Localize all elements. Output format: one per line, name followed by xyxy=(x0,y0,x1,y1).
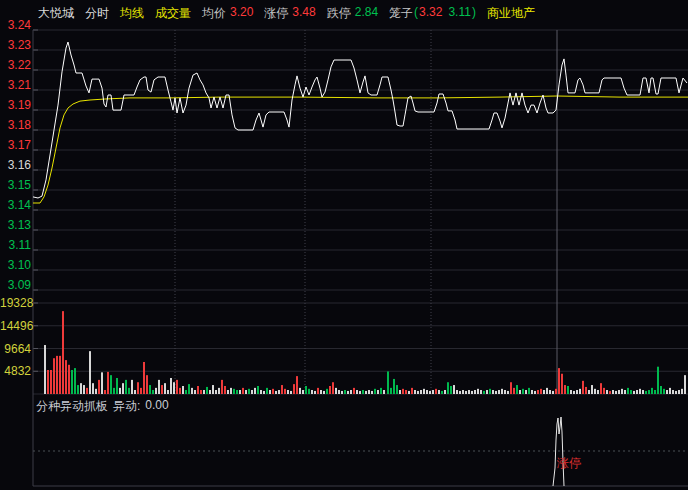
indicator-label-row: 分种异动抓板 异动: 0.00 xyxy=(36,398,169,415)
volume-axis: 193281449696644832 xyxy=(0,0,31,490)
chart-canvas[interactable] xyxy=(0,0,688,490)
volume-axis-label: 4832 xyxy=(0,365,31,377)
stock-chart-window: 大悦城 分时 均线 成交量 均价 3.20 涨停 3.48 跌停 2.84 笼子… xyxy=(0,0,688,490)
indicator-name: 分种异动抓板 xyxy=(36,398,108,415)
limit-up-marker: 涨停 xyxy=(557,455,581,472)
volume-axis-label: 9664 xyxy=(0,343,31,355)
indicator-value: 0.00 xyxy=(145,398,168,415)
indicator-field-label: 异动: xyxy=(113,398,140,415)
volume-axis-label: 14496 xyxy=(0,320,31,332)
volume-axis-label: 19328 xyxy=(0,297,31,309)
